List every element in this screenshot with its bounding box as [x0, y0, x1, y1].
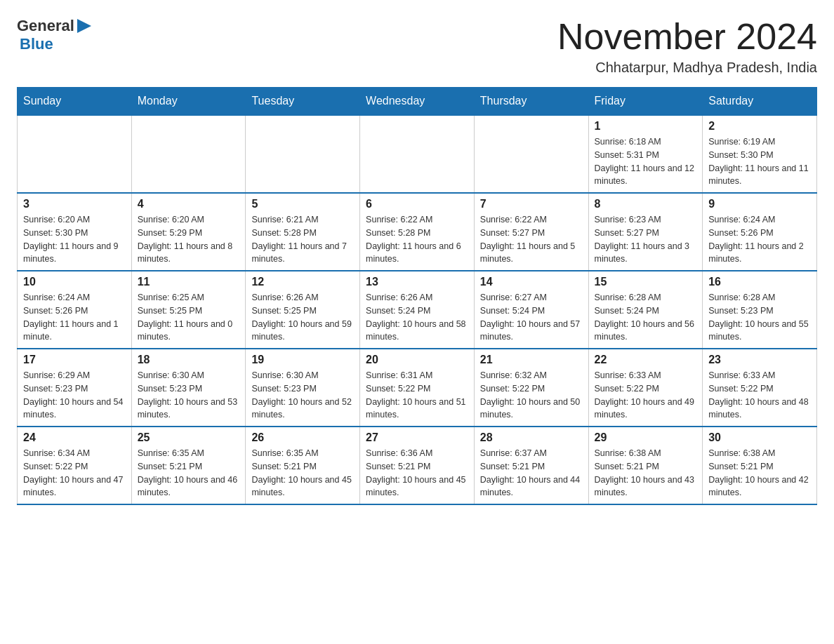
day-number: 5	[251, 198, 354, 210]
day-number: 12	[251, 276, 354, 288]
day-number: 30	[708, 431, 811, 444]
calendar-cell: 29Sunrise: 6:38 AMSunset: 5:21 PMDayligh…	[588, 427, 703, 504]
day-number: 3	[23, 198, 126, 210]
day-info: Sunrise: 6:21 AMSunset: 5:28 PMDaylight:…	[251, 213, 354, 266]
calendar-cell: 27Sunrise: 6:36 AMSunset: 5:21 PMDayligh…	[360, 427, 475, 504]
day-info: Sunrise: 6:24 AMSunset: 5:26 PMDaylight:…	[23, 291, 126, 344]
day-info: Sunrise: 6:19 AMSunset: 5:30 PMDaylight:…	[708, 135, 811, 188]
calendar-cell	[474, 115, 588, 193]
day-info: Sunrise: 6:35 AMSunset: 5:21 PMDaylight:…	[251, 447, 354, 499]
calendar-header-row: SundayMondayTuesdayWednesdayThursdayFrid…	[18, 88, 817, 116]
header: General Blue November 2024 Chhatarpur, M…	[17, 17, 817, 76]
calendar-cell: 4Sunrise: 6:20 AMSunset: 5:29 PMDaylight…	[131, 193, 246, 271]
day-info: Sunrise: 6:32 AMSunset: 5:22 PMDaylight:…	[480, 369, 583, 422]
calendar-cell: 8Sunrise: 6:23 AMSunset: 5:27 PMDaylight…	[588, 193, 703, 271]
day-info: Sunrise: 6:34 AMSunset: 5:22 PMDaylight:…	[23, 447, 126, 499]
day-info: Sunrise: 6:27 AMSunset: 5:24 PMDaylight:…	[480, 291, 583, 344]
day-number: 4	[138, 198, 240, 210]
calendar-cell: 12Sunrise: 6:26 AMSunset: 5:25 PMDayligh…	[246, 271, 360, 349]
col-header-thursday: Thursday	[474, 88, 588, 116]
calendar-cell: 30Sunrise: 6:38 AMSunset: 5:21 PMDayligh…	[703, 427, 817, 504]
day-info: Sunrise: 6:26 AMSunset: 5:24 PMDaylight:…	[366, 291, 468, 344]
calendar-cell: 17Sunrise: 6:29 AMSunset: 5:23 PMDayligh…	[18, 349, 132, 427]
calendar-cell: 25Sunrise: 6:35 AMSunset: 5:21 PMDayligh…	[131, 427, 246, 504]
calendar-week-row: 17Sunrise: 6:29 AMSunset: 5:23 PMDayligh…	[18, 349, 817, 427]
calendar-cell: 28Sunrise: 6:37 AMSunset: 5:21 PMDayligh…	[474, 427, 588, 504]
day-number: 26	[251, 431, 354, 444]
logo-triangle-icon	[76, 19, 91, 33]
day-info: Sunrise: 6:22 AMSunset: 5:27 PMDaylight:…	[480, 213, 583, 266]
calendar-cell: 11Sunrise: 6:25 AMSunset: 5:25 PMDayligh…	[131, 271, 246, 349]
logo: General Blue	[17, 17, 91, 53]
calendar-table: SundayMondayTuesdayWednesdayThursdayFrid…	[17, 87, 817, 505]
calendar-cell: 2Sunrise: 6:19 AMSunset: 5:30 PMDaylight…	[703, 115, 817, 193]
month-title: November 2024	[557, 17, 817, 57]
calendar-week-row: 1Sunrise: 6:18 AMSunset: 5:31 PMDaylight…	[18, 115, 817, 193]
calendar-cell: 7Sunrise: 6:22 AMSunset: 5:27 PMDaylight…	[474, 193, 588, 271]
day-number: 11	[138, 276, 240, 288]
title-area: November 2024 Chhatarpur, Madhya Pradesh…	[557, 17, 817, 76]
day-info: Sunrise: 6:25 AMSunset: 5:25 PMDaylight:…	[138, 291, 240, 344]
day-info: Sunrise: 6:20 AMSunset: 5:29 PMDaylight:…	[138, 213, 240, 266]
calendar-cell: 24Sunrise: 6:34 AMSunset: 5:22 PMDayligh…	[18, 427, 132, 504]
day-number: 10	[23, 276, 126, 288]
calendar-cell: 18Sunrise: 6:30 AMSunset: 5:23 PMDayligh…	[131, 349, 246, 427]
calendar-cell	[246, 115, 360, 193]
calendar-cell: 15Sunrise: 6:28 AMSunset: 5:24 PMDayligh…	[588, 271, 703, 349]
day-number: 17	[23, 354, 126, 366]
location-title: Chhatarpur, Madhya Pradesh, India	[557, 60, 817, 76]
day-number: 28	[480, 431, 583, 444]
day-number: 22	[595, 354, 697, 366]
col-header-saturday: Saturday	[703, 88, 817, 116]
day-number: 27	[366, 431, 468, 444]
calendar-cell: 22Sunrise: 6:33 AMSunset: 5:22 PMDayligh…	[588, 349, 703, 427]
calendar-cell: 5Sunrise: 6:21 AMSunset: 5:28 PMDaylight…	[246, 193, 360, 271]
day-number: 20	[366, 354, 468, 366]
day-info: Sunrise: 6:33 AMSunset: 5:22 PMDaylight:…	[708, 369, 811, 422]
day-number: 2	[708, 120, 811, 133]
day-info: Sunrise: 6:36 AMSunset: 5:21 PMDaylight:…	[366, 447, 468, 499]
calendar-cell: 14Sunrise: 6:27 AMSunset: 5:24 PMDayligh…	[474, 271, 588, 349]
day-info: Sunrise: 6:23 AMSunset: 5:27 PMDaylight:…	[595, 213, 697, 266]
calendar-week-row: 10Sunrise: 6:24 AMSunset: 5:26 PMDayligh…	[18, 271, 817, 349]
day-info: Sunrise: 6:20 AMSunset: 5:30 PMDaylight:…	[23, 213, 126, 266]
day-number: 8	[595, 198, 697, 210]
day-number: 21	[480, 354, 583, 366]
day-number: 16	[708, 276, 811, 288]
calendar-cell: 21Sunrise: 6:32 AMSunset: 5:22 PMDayligh…	[474, 349, 588, 427]
day-info: Sunrise: 6:30 AMSunset: 5:23 PMDaylight:…	[138, 369, 240, 422]
day-info: Sunrise: 6:28 AMSunset: 5:23 PMDaylight:…	[708, 291, 811, 344]
day-info: Sunrise: 6:31 AMSunset: 5:22 PMDaylight:…	[366, 369, 468, 422]
calendar-cell: 1Sunrise: 6:18 AMSunset: 5:31 PMDaylight…	[588, 115, 703, 193]
day-number: 19	[251, 354, 354, 366]
day-number: 15	[595, 276, 697, 288]
day-number: 7	[480, 198, 583, 210]
day-info: Sunrise: 6:24 AMSunset: 5:26 PMDaylight:…	[708, 213, 811, 266]
day-number: 6	[366, 198, 468, 210]
col-header-tuesday: Tuesday	[246, 88, 360, 116]
day-info: Sunrise: 6:38 AMSunset: 5:21 PMDaylight:…	[708, 447, 811, 499]
col-header-sunday: Sunday	[18, 88, 132, 116]
day-info: Sunrise: 6:33 AMSunset: 5:22 PMDaylight:…	[595, 369, 697, 422]
calendar-cell: 3Sunrise: 6:20 AMSunset: 5:30 PMDaylight…	[18, 193, 132, 271]
day-info: Sunrise: 6:28 AMSunset: 5:24 PMDaylight:…	[595, 291, 697, 344]
calendar-week-row: 24Sunrise: 6:34 AMSunset: 5:22 PMDayligh…	[18, 427, 817, 504]
day-number: 14	[480, 276, 583, 288]
day-info: Sunrise: 6:30 AMSunset: 5:23 PMDaylight:…	[251, 369, 354, 422]
day-info: Sunrise: 6:18 AMSunset: 5:31 PMDaylight:…	[595, 135, 697, 188]
calendar-cell: 9Sunrise: 6:24 AMSunset: 5:26 PMDaylight…	[703, 193, 817, 271]
day-number: 29	[595, 431, 697, 444]
calendar-cell: 20Sunrise: 6:31 AMSunset: 5:22 PMDayligh…	[360, 349, 475, 427]
col-header-monday: Monday	[131, 88, 246, 116]
day-info: Sunrise: 6:35 AMSunset: 5:21 PMDaylight:…	[138, 447, 240, 499]
day-info: Sunrise: 6:37 AMSunset: 5:21 PMDaylight:…	[480, 447, 583, 499]
calendar-cell: 6Sunrise: 6:22 AMSunset: 5:28 PMDaylight…	[360, 193, 475, 271]
calendar-cell: 10Sunrise: 6:24 AMSunset: 5:26 PMDayligh…	[18, 271, 132, 349]
calendar-cell: 23Sunrise: 6:33 AMSunset: 5:22 PMDayligh…	[703, 349, 817, 427]
calendar-cell: 16Sunrise: 6:28 AMSunset: 5:23 PMDayligh…	[703, 271, 817, 349]
day-number: 1	[595, 120, 697, 133]
calendar-cell	[18, 115, 132, 193]
calendar-cell: 13Sunrise: 6:26 AMSunset: 5:24 PMDayligh…	[360, 271, 475, 349]
calendar-cell: 26Sunrise: 6:35 AMSunset: 5:21 PMDayligh…	[246, 427, 360, 504]
svg-marker-0	[77, 19, 91, 33]
